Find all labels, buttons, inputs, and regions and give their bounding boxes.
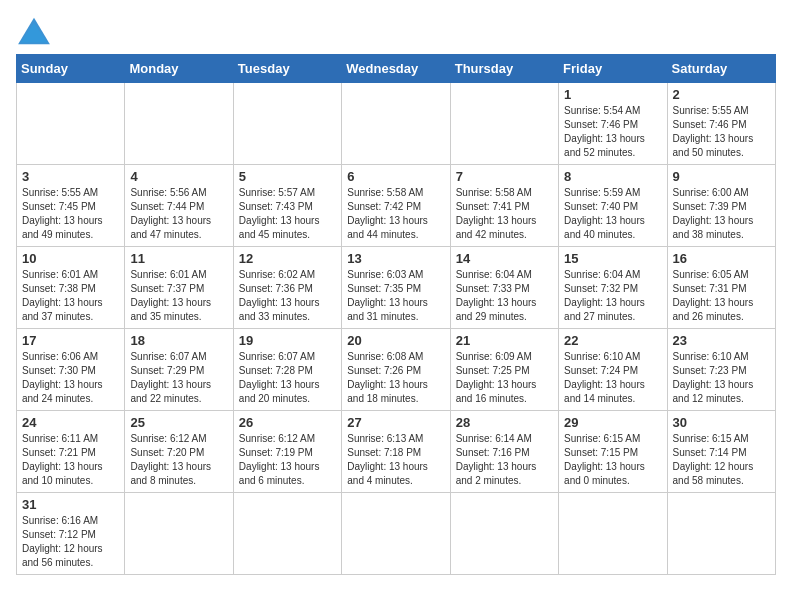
day-info: Sunrise: 6:12 AM Sunset: 7:19 PM Dayligh… [239,432,336,488]
day-info: Sunrise: 6:13 AM Sunset: 7:18 PM Dayligh… [347,432,444,488]
calendar-cell: 23Sunrise: 6:10 AM Sunset: 7:23 PM Dayli… [667,329,775,411]
day-info: Sunrise: 5:55 AM Sunset: 7:46 PM Dayligh… [673,104,770,160]
calendar-cell: 18Sunrise: 6:07 AM Sunset: 7:29 PM Dayli… [125,329,233,411]
day-number: 17 [22,333,119,348]
day-info: Sunrise: 6:15 AM Sunset: 7:14 PM Dayligh… [673,432,770,488]
day-number: 4 [130,169,227,184]
day-info: Sunrise: 5:54 AM Sunset: 7:46 PM Dayligh… [564,104,661,160]
day-header-tuesday: Tuesday [233,55,341,83]
calendar-week-3: 10Sunrise: 6:01 AM Sunset: 7:38 PM Dayli… [17,247,776,329]
day-info: Sunrise: 6:05 AM Sunset: 7:31 PM Dayligh… [673,268,770,324]
calendar-week-2: 3Sunrise: 5:55 AM Sunset: 7:45 PM Daylig… [17,165,776,247]
calendar-header [16,16,776,46]
day-info: Sunrise: 6:15 AM Sunset: 7:15 PM Dayligh… [564,432,661,488]
day-number: 19 [239,333,336,348]
day-number: 31 [22,497,119,512]
calendar-cell: 9Sunrise: 6:00 AM Sunset: 7:39 PM Daylig… [667,165,775,247]
calendar-cell: 3Sunrise: 5:55 AM Sunset: 7:45 PM Daylig… [17,165,125,247]
calendar-cell: 24Sunrise: 6:11 AM Sunset: 7:21 PM Dayli… [17,411,125,493]
calendar-cell [450,493,558,575]
day-info: Sunrise: 6:01 AM Sunset: 7:37 PM Dayligh… [130,268,227,324]
day-header-thursday: Thursday [450,55,558,83]
calendar-cell [125,83,233,165]
calendar-cell: 20Sunrise: 6:08 AM Sunset: 7:26 PM Dayli… [342,329,450,411]
calendar-cell: 5Sunrise: 5:57 AM Sunset: 7:43 PM Daylig… [233,165,341,247]
day-info: Sunrise: 6:11 AM Sunset: 7:21 PM Dayligh… [22,432,119,488]
day-info: Sunrise: 6:14 AM Sunset: 7:16 PM Dayligh… [456,432,553,488]
day-info: Sunrise: 6:04 AM Sunset: 7:33 PM Dayligh… [456,268,553,324]
day-info: Sunrise: 6:02 AM Sunset: 7:36 PM Dayligh… [239,268,336,324]
calendar-body: 1Sunrise: 5:54 AM Sunset: 7:46 PM Daylig… [17,83,776,575]
calendar-cell: 15Sunrise: 6:04 AM Sunset: 7:32 PM Dayli… [559,247,667,329]
day-number: 5 [239,169,336,184]
calendar-cell [342,493,450,575]
day-number: 29 [564,415,661,430]
day-number: 21 [456,333,553,348]
day-info: Sunrise: 6:16 AM Sunset: 7:12 PM Dayligh… [22,514,119,570]
calendar-cell [667,493,775,575]
day-number: 28 [456,415,553,430]
calendar-cell: 26Sunrise: 6:12 AM Sunset: 7:19 PM Dayli… [233,411,341,493]
calendar-cell: 11Sunrise: 6:01 AM Sunset: 7:37 PM Dayli… [125,247,233,329]
calendar-cell: 19Sunrise: 6:07 AM Sunset: 7:28 PM Dayli… [233,329,341,411]
day-info: Sunrise: 6:10 AM Sunset: 7:23 PM Dayligh… [673,350,770,406]
day-info: Sunrise: 6:00 AM Sunset: 7:39 PM Dayligh… [673,186,770,242]
calendar-table: SundayMondayTuesdayWednesdayThursdayFrid… [16,54,776,575]
day-header-sunday: Sunday [17,55,125,83]
day-number: 13 [347,251,444,266]
day-info: Sunrise: 5:55 AM Sunset: 7:45 PM Dayligh… [22,186,119,242]
day-number: 18 [130,333,227,348]
day-info: Sunrise: 6:08 AM Sunset: 7:26 PM Dayligh… [347,350,444,406]
calendar-cell [342,83,450,165]
day-header-monday: Monday [125,55,233,83]
calendar-cell: 10Sunrise: 6:01 AM Sunset: 7:38 PM Dayli… [17,247,125,329]
calendar-cell: 27Sunrise: 6:13 AM Sunset: 7:18 PM Dayli… [342,411,450,493]
calendar-week-4: 17Sunrise: 6:06 AM Sunset: 7:30 PM Dayli… [17,329,776,411]
day-info: Sunrise: 6:04 AM Sunset: 7:32 PM Dayligh… [564,268,661,324]
day-number: 11 [130,251,227,266]
calendar-cell [233,83,341,165]
calendar-cell: 8Sunrise: 5:59 AM Sunset: 7:40 PM Daylig… [559,165,667,247]
day-info: Sunrise: 5:59 AM Sunset: 7:40 PM Dayligh… [564,186,661,242]
day-info: Sunrise: 6:07 AM Sunset: 7:29 PM Dayligh… [130,350,227,406]
calendar-cell: 29Sunrise: 6:15 AM Sunset: 7:15 PM Dayli… [559,411,667,493]
calendar-cell: 31Sunrise: 6:16 AM Sunset: 7:12 PM Dayli… [17,493,125,575]
day-number: 16 [673,251,770,266]
day-info: Sunrise: 6:01 AM Sunset: 7:38 PM Dayligh… [22,268,119,324]
calendar-cell: 6Sunrise: 5:58 AM Sunset: 7:42 PM Daylig… [342,165,450,247]
calendar-cell: 22Sunrise: 6:10 AM Sunset: 7:24 PM Dayli… [559,329,667,411]
calendar-cell: 4Sunrise: 5:56 AM Sunset: 7:44 PM Daylig… [125,165,233,247]
day-info: Sunrise: 6:10 AM Sunset: 7:24 PM Dayligh… [564,350,661,406]
day-info: Sunrise: 6:09 AM Sunset: 7:25 PM Dayligh… [456,350,553,406]
day-number: 22 [564,333,661,348]
day-number: 30 [673,415,770,430]
day-number: 3 [22,169,119,184]
day-number: 9 [673,169,770,184]
day-info: Sunrise: 6:12 AM Sunset: 7:20 PM Dayligh… [130,432,227,488]
day-info: Sunrise: 6:07 AM Sunset: 7:28 PM Dayligh… [239,350,336,406]
calendar-cell: 16Sunrise: 6:05 AM Sunset: 7:31 PM Dayli… [667,247,775,329]
day-number: 20 [347,333,444,348]
calendar-cell [559,493,667,575]
calendar-cell: 13Sunrise: 6:03 AM Sunset: 7:35 PM Dayli… [342,247,450,329]
day-number: 8 [564,169,661,184]
day-number: 1 [564,87,661,102]
day-info: Sunrise: 6:06 AM Sunset: 7:30 PM Dayligh… [22,350,119,406]
day-header-friday: Friday [559,55,667,83]
calendar-cell: 25Sunrise: 6:12 AM Sunset: 7:20 PM Dayli… [125,411,233,493]
calendar-week-6: 31Sunrise: 6:16 AM Sunset: 7:12 PM Dayli… [17,493,776,575]
day-info: Sunrise: 5:56 AM Sunset: 7:44 PM Dayligh… [130,186,227,242]
day-number: 15 [564,251,661,266]
day-number: 6 [347,169,444,184]
calendar-cell: 14Sunrise: 6:04 AM Sunset: 7:33 PM Dayli… [450,247,558,329]
calendar-cell [125,493,233,575]
day-info: Sunrise: 6:03 AM Sunset: 7:35 PM Dayligh… [347,268,444,324]
day-number: 12 [239,251,336,266]
calendar-cell [450,83,558,165]
calendar-cell: 2Sunrise: 5:55 AM Sunset: 7:46 PM Daylig… [667,83,775,165]
day-number: 26 [239,415,336,430]
calendar-cell: 30Sunrise: 6:15 AM Sunset: 7:14 PM Dayli… [667,411,775,493]
logo [16,16,56,46]
day-number: 25 [130,415,227,430]
generalblue-logo-icon [16,16,52,46]
